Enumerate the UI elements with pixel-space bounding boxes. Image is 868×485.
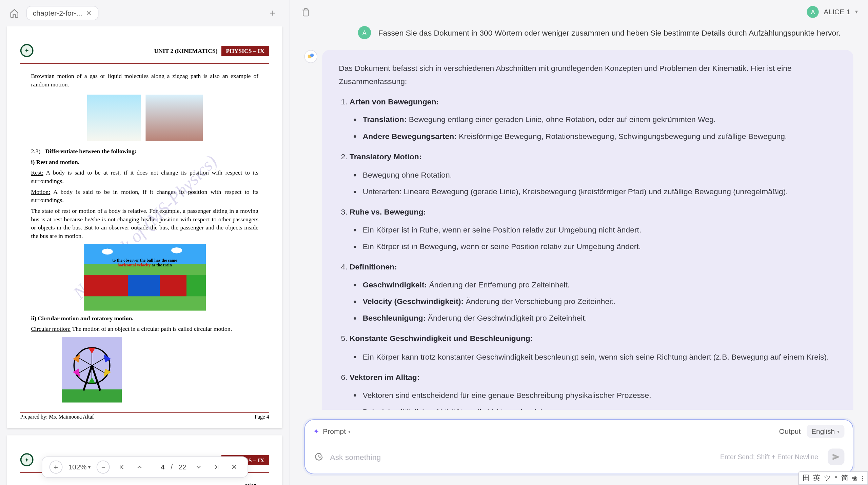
school-logo-icon: ✦ xyxy=(20,44,34,57)
chat-messages[interactable]: A Fassen Sie das Dokument in 300 Wörtern… xyxy=(290,24,868,410)
zoom-out-button[interactable]: － xyxy=(97,461,110,474)
message-text: Fassen Sie das Dokument in 300 Wörtern o… xyxy=(378,28,841,37)
term-body: A body is said to be in motion, if it ch… xyxy=(31,188,259,203)
list-item: Konstante Geschwindigkeit und Beschleuni… xyxy=(350,332,836,364)
user-name: ALICE 1 xyxy=(824,8,850,16)
term-label: Rest: xyxy=(31,169,43,176)
document-tab[interactable]: chapter-2-for-... ✕ xyxy=(26,6,98,20)
list-item: Velocity (Geschwindigkeit): Änderung der… xyxy=(363,296,836,309)
bullet-body: Bewegung entlang einer geraden Linie, oh… xyxy=(407,115,716,124)
list-item: Ruhe vs. Bewegung: Ein Körper ist in Ruh… xyxy=(350,206,836,254)
hockey-image xyxy=(145,95,203,141)
input-card: ✦ Prompt ▾ Output English ▾ xyxy=(304,419,853,474)
document-viewport[interactable]: Note Book of (MS-Physics) ✦ UNIT 2 (KINE… xyxy=(0,26,290,485)
last-page-button[interactable] xyxy=(211,461,222,473)
tab-title: chapter-2-for-... xyxy=(33,9,82,17)
close-icon[interactable]: ✕ xyxy=(86,9,92,17)
sparkle-icon: ✦ xyxy=(313,427,319,436)
page-number-input[interactable] xyxy=(152,463,165,471)
train-illustration: to the observer the ball has the same ho… xyxy=(84,244,205,311)
user-message: A Fassen Sie das Dokument in 300 Wörtern… xyxy=(304,26,853,39)
list-item: Vektoren im Alltag: Vektoren sind entsch… xyxy=(350,371,836,410)
list-item: Translatory Motion: Bewegung ohne Rotati… xyxy=(350,150,836,198)
user-menu[interactable]: A ALICE 1 ▾ xyxy=(807,6,858,18)
ime-toolbar[interactable]: 田 英 ツ ° 简 ❀ ⁝ xyxy=(798,471,868,485)
home-button[interactable] xyxy=(7,6,21,20)
language-value: English xyxy=(811,427,835,436)
ferris-wheel-illustration xyxy=(62,337,122,403)
footer-page-number: Page 4 xyxy=(255,414,269,420)
output-label: Output xyxy=(779,427,801,436)
paragraph: The state of rest or motion of a body is… xyxy=(31,207,259,241)
term-label: Motion: xyxy=(31,188,51,195)
item-title: Vektoren im Alltag: xyxy=(350,372,419,381)
attach-button[interactable] xyxy=(313,451,324,462)
add-tab-button[interactable] xyxy=(265,6,280,20)
chevron-down-icon: ▾ xyxy=(348,429,351,434)
svg-marker-12 xyxy=(73,354,80,363)
avatar: A xyxy=(807,6,819,18)
caption-text: to the observer the ball has the same xyxy=(112,258,177,263)
zoom-in-button[interactable]: ＋ xyxy=(49,461,62,474)
delete-button[interactable] xyxy=(300,6,312,18)
ime-button[interactable]: ❀ xyxy=(852,474,858,482)
page-header: ✦ UNIT 2 (KINEMATICS) PHYSICS – IX xyxy=(20,44,269,57)
bullet-label: Geschwindigkeit: xyxy=(363,280,427,289)
paragraph: Brownian motion of a gas or liquid molec… xyxy=(31,72,259,89)
ime-button[interactable]: 英 xyxy=(813,473,820,483)
close-toolbar-button[interactable]: ✕ xyxy=(229,461,240,473)
list-item: Beschleunigung: Änderung der Geschwindig… xyxy=(363,312,836,325)
chat-input[interactable] xyxy=(330,452,714,461)
message-bubble: Das Dokument befasst sich in verschieden… xyxy=(322,50,853,410)
chevron-down-icon: ▾ xyxy=(855,9,858,15)
list-item: Unterarten: Lineare Bewegung (gerade Lin… xyxy=(363,185,836,199)
list-item: Arten von Bewegungen: Translation: Beweg… xyxy=(350,96,836,143)
list-item: Andere Bewegungsarten: Kreisförmige Bewe… xyxy=(363,130,836,143)
list-item: Beispiele alltäglicher Aktivitäten, die … xyxy=(363,405,836,410)
ime-button[interactable]: ツ xyxy=(824,473,831,483)
prev-page-button[interactable] xyxy=(134,461,145,473)
bullet-label: Beschleunigung: xyxy=(363,314,426,323)
input-row: Enter Send; Shift + Enter Newline xyxy=(305,443,853,474)
document-panel: chapter-2-for-... ✕ Note Book of (MS-Phy… xyxy=(0,0,290,485)
page-total: 22 xyxy=(179,463,187,471)
send-button[interactable] xyxy=(828,449,844,465)
unit-label: UNIT 2 (KINEMATICS) xyxy=(151,46,221,55)
chat-panel: A ALICE 1 ▾ A Fassen Sie das Dokument in… xyxy=(290,0,868,485)
list-item: Vektoren sind entscheidend für eine gena… xyxy=(363,389,836,402)
zoom-value: 102% xyxy=(68,463,86,471)
school-logo-icon: ✦ xyxy=(20,453,34,467)
svg-marker-7 xyxy=(88,348,95,354)
item-title: Translatory Motion: xyxy=(350,153,421,161)
term-label: Circular motion: xyxy=(31,326,71,332)
ime-button[interactable]: ° xyxy=(835,474,837,482)
item-title: Definitionen: xyxy=(350,262,397,271)
list-item: Ein Körper ist in Ruhe, wenn er seine Po… xyxy=(363,224,836,237)
chevron-down-icon: ▾ xyxy=(837,429,840,434)
assistant-intro: Das Dokument befasst sich in verschieden… xyxy=(339,62,837,88)
caption-highlight: horizontal velocity xyxy=(118,263,151,268)
chat-header: A ALICE 1 ▾ xyxy=(290,0,868,24)
section-title: Differentiate between the following: xyxy=(45,148,137,154)
ime-button[interactable]: ⁝ xyxy=(862,474,864,482)
language-select[interactable]: English ▾ xyxy=(807,425,845,438)
first-page-button[interactable] xyxy=(116,461,127,473)
prompt-dropdown[interactable]: Prompt ▾ xyxy=(323,427,351,436)
term-body: A body is said to be at rest, if it does… xyxy=(31,169,259,184)
next-page-button[interactable] xyxy=(193,461,204,473)
term-body: The motion of an object in a circular pa… xyxy=(71,326,232,332)
bullet-label: Andere Bewegungsarten: xyxy=(363,132,457,141)
page-separator: / xyxy=(171,463,173,471)
zoom-dropdown[interactable]: 102% ▾ xyxy=(68,463,91,471)
bullet-label: Translation: xyxy=(363,115,407,124)
ime-button[interactable]: 田 xyxy=(803,473,810,483)
caption-text: as the train xyxy=(151,263,172,268)
footer-author: Prepared by: Ms. Maimoona Altaf xyxy=(20,414,94,420)
document-page: Note Book of (MS-Physics) ✦ UNIT 2 (KINE… xyxy=(7,26,282,428)
ime-button[interactable]: 简 xyxy=(841,473,848,483)
list-item: Geschwindigkeit: Änderung der Entfernung… xyxy=(363,279,836,292)
butterflies-image xyxy=(87,95,140,141)
tab-bar: chapter-2-for-... ✕ xyxy=(0,0,290,26)
prompt-label: Prompt xyxy=(323,427,346,436)
paragraph-fragment: ...otion. xyxy=(31,481,259,485)
